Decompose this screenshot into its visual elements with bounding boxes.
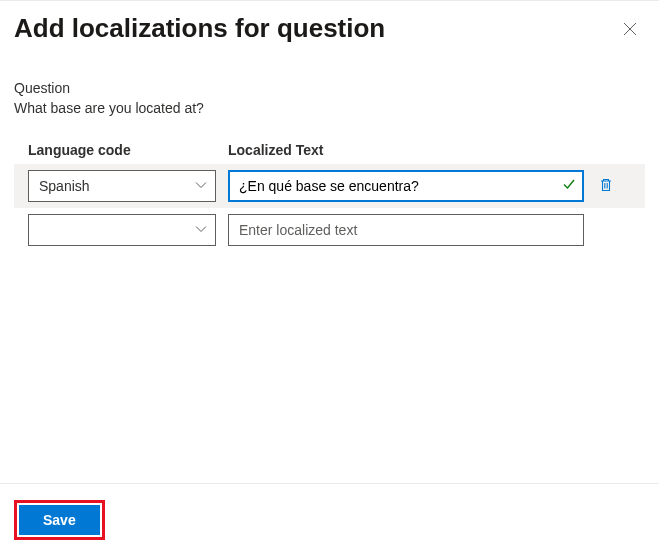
question-label: Question [14,80,645,96]
language-select[interactable]: Spanish [28,170,216,202]
panel-title: Add localizations for question [14,13,385,44]
language-select-value: Spanish [39,178,90,194]
chevron-down-icon [195,222,207,238]
localized-text-input[interactable] [228,170,584,202]
delete-row-button[interactable] [596,175,616,198]
localized-text-input[interactable] [228,214,584,246]
localization-row [14,208,645,252]
trash-icon [598,177,614,193]
chevron-down-icon [195,178,207,194]
close-button[interactable] [619,18,641,40]
localization-row: Spanish [14,164,645,208]
language-select[interactable] [28,214,216,246]
save-highlight: Save [14,500,105,540]
save-button[interactable]: Save [19,505,100,535]
close-icon [623,22,637,36]
checkmark-icon [562,177,576,195]
column-localized-text: Localized Text [228,142,584,158]
question-text: What base are you located at? [14,100,645,116]
column-language-code: Language code [28,142,216,158]
